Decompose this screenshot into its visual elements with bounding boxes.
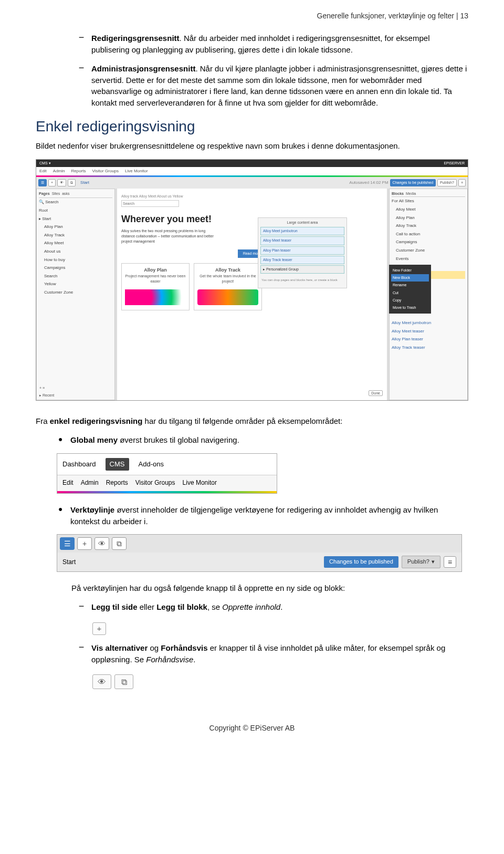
nav-live-monitor[interactable]: Live Monitor xyxy=(125,168,148,174)
tree-item[interactable]: Alloy Meet xyxy=(39,239,112,247)
preview-icon[interactable]: ⧉ xyxy=(112,537,127,550)
menu-addons[interactable]: Add-ons xyxy=(139,460,164,470)
list-icon[interactable]: ≡ xyxy=(458,179,466,186)
chevron-down-icon: ▾ xyxy=(432,558,435,566)
right-item[interactable]: Alloy Plan xyxy=(392,214,465,222)
section-intro: Bildet nedenfor viser brukergrensesnittd… xyxy=(36,140,468,152)
left-panel: Pages Sites asks 🔍 Search Root ▸ Start A… xyxy=(36,189,115,400)
brand-label: EPiSERVER xyxy=(444,161,465,166)
list-icon[interactable]: ≡ xyxy=(444,556,456,568)
dash-marker: − xyxy=(71,642,91,665)
page-header: Generelle funksjoner, verktøylinje og fe… xyxy=(36,11,468,33)
preview-icon[interactable]: ⧉ xyxy=(68,179,76,186)
start-label: Start xyxy=(62,558,76,567)
tab-asks[interactable]: asks xyxy=(62,191,69,196)
nav-reports[interactable]: Reports xyxy=(71,168,86,174)
tree-item[interactable]: Search xyxy=(39,272,112,280)
tab-pages[interactable]: Pages xyxy=(39,191,50,196)
right-item[interactable]: Alloy Track xyxy=(392,222,465,230)
sub-list-item: − Vis alternativer og Forhåndsvis er kna… xyxy=(36,642,468,665)
paragraph: Fra enkel redigeringsvisning har du tilg… xyxy=(36,415,468,427)
global-menu-screenshot: Dashboard CMS Add-ons Edit Admin Reports… xyxy=(57,453,277,494)
tree-item[interactable]: 🔍 Search xyxy=(39,198,112,206)
nav-visitor-groups[interactable]: Visitor Groups xyxy=(92,168,119,174)
ctx-copy[interactable]: Copy xyxy=(391,297,429,304)
tree-item[interactable]: Root xyxy=(39,206,112,215)
cms-logo: CMS ▾ xyxy=(39,161,51,166)
tree-item[interactable]: Alloy Track xyxy=(39,231,112,239)
bottom-item[interactable]: Alloy Track teaser xyxy=(392,343,465,352)
tree-item[interactable]: Alloy Plan xyxy=(39,223,112,231)
context-menu: New Folder New Block Rename Cut Copy Mov… xyxy=(389,265,431,314)
toggle-panel-icon[interactable]: ☰ xyxy=(60,537,75,550)
bottom-item[interactable]: Alloy Plan teaser xyxy=(392,335,465,343)
done-button[interactable]: Done xyxy=(369,390,383,396)
tree-item[interactable]: Yellow xyxy=(39,280,112,288)
main-screenshot: CMS ▾ EPiSERVER Edit Admin Reports Visit… xyxy=(36,159,468,401)
gradient-bar xyxy=(57,491,277,493)
ctx-cut[interactable]: Cut xyxy=(391,289,429,297)
submenu-reports[interactable]: Reports xyxy=(106,478,128,487)
toolbar-screenshot: ☰ + 👁 ⧉ Start Changes to be published Pu… xyxy=(57,534,462,572)
item-title: Redigeringsgrensesnitt xyxy=(91,34,180,43)
tree-item[interactable]: Customer Zone xyxy=(39,288,112,297)
bullet-item: • Global meny øverst brukes til global n… xyxy=(36,434,468,446)
submenu-edit[interactable]: Edit xyxy=(62,478,74,487)
bullet-marker: • xyxy=(50,504,70,527)
start-label: Start xyxy=(80,180,89,186)
tree-item[interactable]: How to buy xyxy=(39,256,112,264)
plus-icon[interactable]: + xyxy=(77,537,92,550)
changes-pill[interactable]: Changes to be published xyxy=(390,179,436,186)
tree-item[interactable]: Campaigns xyxy=(39,264,112,272)
bottom-item[interactable]: Alloy Meet jumbotron xyxy=(392,319,465,327)
menu-dashboard[interactable]: Dashboard xyxy=(62,460,96,470)
toggle-panel-icon[interactable]: ☰ xyxy=(38,179,47,186)
right-item[interactable]: Campaigns xyxy=(392,238,465,246)
eye-icon[interactable]: 👁 xyxy=(92,674,111,689)
drop-hint: You can drop pages and blocks here, or c… xyxy=(260,275,344,286)
tab-media[interactable]: Media xyxy=(406,191,416,196)
right-item[interactable]: Call to action xyxy=(392,230,465,238)
submenu-admin[interactable]: Admin xyxy=(81,478,99,487)
right-item[interactable]: Alloy Meet xyxy=(392,205,465,214)
ctx-trash[interactable]: Move to Trash xyxy=(391,304,429,311)
plus-icon[interactable]: + xyxy=(92,622,106,635)
card-alloy-track: Alloy Track Get the whole team involved … xyxy=(194,263,262,310)
ctx-new-folder[interactable]: New Folder xyxy=(391,267,429,274)
list-item: − Administrasjonsgrensesnitt. Når du vil… xyxy=(71,63,468,109)
footer-copyright: Copyright © EPiServer AB xyxy=(36,723,468,733)
menu-cms[interactable]: CMS xyxy=(106,458,129,471)
mid-row[interactable]: Alloy Meet teaser xyxy=(260,236,344,245)
bullet-title: Global meny xyxy=(70,435,118,444)
mid-row[interactable]: Alloy Meet jumbotron xyxy=(260,227,344,235)
tree-item[interactable]: About us xyxy=(39,247,112,256)
eye-icon[interactable]: 👁 xyxy=(94,537,109,550)
right-item[interactable]: For All Sites xyxy=(392,197,465,205)
eye-icon[interactable]: 👁 xyxy=(57,179,66,186)
right-item[interactable]: Events xyxy=(392,255,465,263)
search-input[interactable] xyxy=(121,200,179,207)
ctx-new-block[interactable]: New Block xyxy=(391,274,429,282)
plus-icon[interactable]: + xyxy=(48,179,56,186)
right-item[interactable]: Customer Zone xyxy=(392,246,465,255)
preview-icon[interactable]: ⧉ xyxy=(114,674,133,689)
submenu-visitor-groups[interactable]: Visitor Groups xyxy=(135,478,175,487)
changes-pill[interactable]: Changes to be published xyxy=(324,556,398,568)
publish-button[interactable]: Publish? ▾ xyxy=(402,556,440,568)
tree-item[interactable]: ▸ Start xyxy=(39,215,112,223)
ctx-rename[interactable]: Rename xyxy=(391,282,429,289)
nav-admin[interactable]: Admin xyxy=(53,168,65,174)
dash-marker: − xyxy=(71,601,91,613)
bottom-item[interactable]: Alloy Meet teaser xyxy=(392,327,465,336)
nav-edit[interactable]: Edit xyxy=(39,168,47,174)
tab-sites[interactable]: Sites xyxy=(52,191,60,196)
section-heading: Enkel redigeringsvisning xyxy=(36,116,468,138)
mid-row[interactable]: Alloy Track teaser xyxy=(260,256,344,264)
mid-row[interactable]: Alloy Plan teaser xyxy=(260,246,344,255)
mid-row[interactable]: ▸ Personalized Group xyxy=(260,265,344,274)
tab-blocks[interactable]: Blocks xyxy=(392,191,404,196)
item-title: Administrasjonsgrensesnitt xyxy=(91,64,195,73)
submenu-live-monitor[interactable]: Live Monitor xyxy=(183,478,217,487)
publish-button[interactable]: Publish? xyxy=(437,179,457,186)
bullet-marker: • xyxy=(50,434,70,446)
